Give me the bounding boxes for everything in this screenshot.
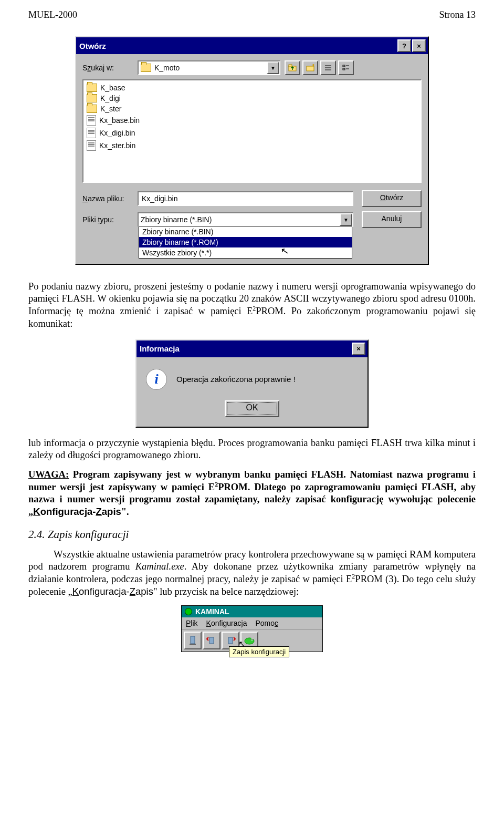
dropdown-option[interactable]: Zbiory binarne (*.BIN) <box>139 226 352 237</box>
cancel-button[interactable]: Anuluj <box>362 211 422 228</box>
dropdown-option[interactable]: Wszystkie zbiory (*.*) <box>139 247 352 258</box>
list-item[interactable]: Kx_base.bin <box>86 114 418 127</box>
section-heading: 2.4. Zapis konfiguracji <box>28 528 476 541</box>
up-folder-icon[interactable] <box>285 60 300 75</box>
list-item[interactable]: K_base <box>86 82 418 93</box>
tool-button-1[interactable] <box>184 632 202 649</box>
filename-label: Nazwa pliku: <box>82 194 138 203</box>
open-button[interactable]: Otwórz <box>362 190 422 207</box>
paragraph: Wszystkie aktualne ustawienia parametrów… <box>28 549 476 598</box>
svg-rect-14 <box>228 637 233 644</box>
warning-paragraph: UWAGA: Program zapisywany jest w wybrany… <box>28 469 476 519</box>
list-view-icon[interactable] <box>320 60 336 75</box>
details-view-icon[interactable] <box>338 60 354 75</box>
file-icon <box>87 128 96 138</box>
open-file-dialog: Otwórz ? × Szukaj w: K_moto ▼ <box>75 36 429 265</box>
msg-title: Informacja <box>139 344 351 353</box>
svg-rect-13 <box>209 637 214 644</box>
close-button[interactable]: × <box>352 343 365 355</box>
tooltip: Zapis konfiguracji <box>229 646 289 657</box>
menu-config[interactable]: Konfiguracja <box>206 619 247 627</box>
app-icon <box>185 608 192 615</box>
list-item[interactable]: Kx_digi.bin <box>86 127 418 139</box>
info-icon: i <box>146 369 167 390</box>
page-number: Strona 13 <box>439 9 476 20</box>
folder-icon <box>141 64 151 72</box>
chevron-down-icon[interactable]: ▼ <box>267 61 279 74</box>
chevron-down-icon[interactable]: ▼ <box>340 213 352 226</box>
svg-rect-9 <box>343 68 345 70</box>
menu-help[interactable]: Pomoc <box>255 619 278 627</box>
list-item[interactable]: K_digi <box>86 93 418 104</box>
svg-rect-7 <box>343 65 345 67</box>
folder-icon <box>87 105 97 113</box>
filetype-label: Pliki typu: <box>82 215 138 224</box>
file-list[interactable]: K_base K_digi K_ster Kx_base.bin Kx_digi… <box>82 79 422 183</box>
info-dialog: Informacja × i Operacja zakończona popra… <box>135 339 369 428</box>
svg-rect-11 <box>191 636 195 644</box>
tool-button-load[interactable] <box>203 632 220 649</box>
svg-point-17 <box>251 639 253 640</box>
menu-file[interactable]: Plik <box>186 619 198 627</box>
lookin-combo[interactable]: K_moto ▼ <box>138 60 280 75</box>
msg-text: Operacja zakończona poprawnie ! <box>176 375 296 384</box>
paragraph: lub informacja o przyczynie wystąpienia … <box>28 437 476 461</box>
dropdown-option[interactable]: Zbiory binarne (*.ROM) <box>139 237 352 247</box>
filetype-dropdown: Zbiory binarne (*.BIN) Zbiory binarne (*… <box>139 226 352 259</box>
file-icon <box>87 140 96 151</box>
new-folder-icon[interactable]: ✦ <box>302 60 318 75</box>
close-button[interactable]: × <box>412 39 426 52</box>
svg-rect-1 <box>289 65 292 67</box>
ok-button[interactable]: OK <box>225 400 279 417</box>
toolbar-window: KAMINAL Plik Konfiguracja Pomoc ↖ Zapis … <box>181 605 323 652</box>
folder-icon <box>87 84 97 92</box>
file-icon <box>87 115 96 126</box>
svg-rect-12 <box>190 644 196 645</box>
app-title: KAMINAL <box>195 607 229 616</box>
folder-icon <box>87 94 97 102</box>
lookin-label: Szukaj w: <box>82 64 138 72</box>
lookin-value: K_moto <box>154 64 180 72</box>
list-item[interactable]: K_ster <box>86 104 418 114</box>
dialog-title: Otwórz <box>78 42 396 50</box>
doc-id: MUEL-2000 <box>28 9 77 20</box>
svg-text:✦: ✦ <box>311 64 314 68</box>
filetype-combo[interactable]: Zbiory binarne (*.BIN) ▼ Zbiory binarne … <box>138 212 353 227</box>
filename-input[interactable]: Kx_digi.bin <box>138 191 353 206</box>
list-item[interactable]: Kx_ster.bin <box>86 139 418 152</box>
paragraph: Po podaniu nazwy zbioru, proszeni jesteś… <box>28 281 476 330</box>
help-button[interactable]: ? <box>397 39 411 52</box>
